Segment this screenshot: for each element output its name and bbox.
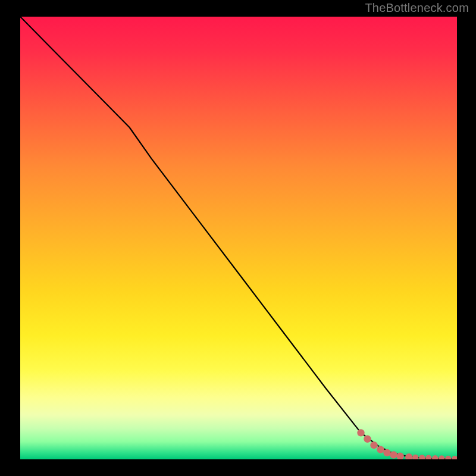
chart-dot <box>439 455 444 459</box>
chart-dot <box>390 451 397 458</box>
chart-dot <box>432 455 438 459</box>
chart-dot <box>377 446 384 453</box>
watermark-label: TheBottleneck.com <box>365 1 469 15</box>
chart-dots <box>357 429 457 459</box>
chart-dot <box>383 449 390 456</box>
chart-dot <box>452 456 457 459</box>
chart-plot-area <box>20 17 457 459</box>
chart-dot <box>357 429 364 436</box>
chart-dot <box>405 453 412 459</box>
chart-dot <box>445 456 451 459</box>
chart-dot <box>425 455 431 459</box>
chart-curve <box>20 17 457 459</box>
chart-dot <box>412 455 418 459</box>
chart-dot <box>364 436 371 443</box>
chart-dot <box>419 455 425 459</box>
chart-svg-overlay <box>20 17 457 459</box>
chart-dot <box>370 441 377 449</box>
stage: TheBottleneck.com <box>0 0 476 476</box>
